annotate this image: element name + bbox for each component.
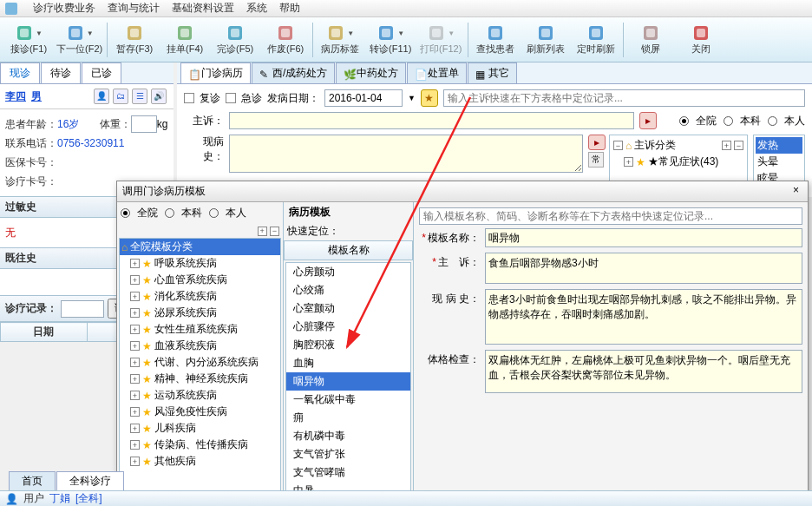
hold-button[interactable]: 暂存(F3)	[109, 19, 160, 61]
tpl-present-input[interactable]: 患者3小时前食鱼时出现左咽部异物扎刺感，咳之不能排出异物。异物感持续存在，吞咽时…	[485, 289, 802, 345]
card-icon[interactable]: 🗂	[113, 89, 128, 104]
svg-rect-5	[130, 29, 139, 37]
template-item[interactable]: 胸腔积液	[286, 336, 410, 354]
template-item[interactable]: 一氧化碳中毒	[286, 391, 410, 409]
present-label: 现病史：	[184, 135, 224, 164]
category-item[interactable]: +★儿科疾病	[120, 420, 280, 437]
list-icon[interactable]: ☰	[132, 89, 147, 104]
weight-input[interactable]	[131, 115, 157, 133]
tab-done[interactable]: 已诊	[82, 62, 121, 83]
chief-tree-item[interactable]: ★常见症状(43)	[648, 154, 718, 169]
chief-tree-root[interactable]: 主诉分类	[634, 138, 676, 153]
category-item[interactable]: +★泌尿系统疾病	[120, 305, 280, 321]
status-dept: [全科]	[75, 491, 102, 506]
template-item[interactable]: 有机磷中毒	[286, 427, 410, 445]
find-patient-button[interactable]: 查找患者	[470, 19, 521, 61]
bottom-tabs: 首页 全科诊疗	[0, 471, 124, 490]
close-button[interactable]: 关闭	[676, 19, 726, 61]
tpl-chief-input[interactable]: 食鱼后咽部异物感3小时	[485, 253, 802, 284]
category-item[interactable]: +★消化系统疾病	[120, 288, 280, 305]
tpl-name-input[interactable]	[485, 228, 802, 247]
revisit-checkbox[interactable]	[184, 93, 194, 103]
modal-close-icon[interactable]: ×	[789, 184, 802, 199]
quick-input[interactable]	[419, 207, 802, 225]
tab-outpatient-record[interactable]: 📋门诊病历	[180, 62, 251, 83]
emergency-checkbox[interactable]	[226, 93, 236, 103]
tab-waiting[interactable]: 待诊	[41, 62, 81, 83]
present-input[interactable]	[229, 135, 583, 173]
tab-western-rx[interactable]: ✎西/成药处方	[252, 62, 335, 83]
expand-all-icon[interactable]: +	[258, 227, 267, 236]
template-item[interactable]: 心房颤动	[286, 263, 410, 281]
next-button[interactable]: ▼下一位(F2)	[54, 19, 105, 61]
finish-button[interactable]: 完诊(F5)	[210, 19, 260, 61]
symptom-item[interactable]: 发热	[756, 137, 802, 154]
radio-dept[interactable]	[724, 116, 733, 126]
record-tag-button[interactable]: ▼病历标签	[315, 19, 365, 61]
menu-item[interactable]: 查询与统计	[108, 1, 160, 16]
radio-self[interactable]	[768, 116, 777, 126]
tab-treatment[interactable]: 📄处置单	[407, 62, 467, 83]
collapse-all-icon[interactable]: −	[270, 227, 279, 236]
category-item[interactable]: +★血液系统疾病	[120, 338, 280, 354]
onset-date-input[interactable]	[324, 89, 403, 107]
record-tabs: 📋门诊病历✎西/成药处方🌿中药处方📄处置单▦其它	[177, 62, 812, 84]
category-item[interactable]: +★运动系统疾病	[120, 387, 280, 404]
template-item[interactable]: 支气管哮喘	[286, 463, 410, 482]
receive-button[interactable]: ▼接诊(F1)	[3, 19, 54, 61]
tpl-exam-input[interactable]: 双扁桃体无红肿，左扁桃体上极可见鱼刺状异物一个。咽后壁无充血，舌根会厌谷梨状窝等…	[485, 350, 802, 393]
category-item[interactable]: +★其他疾病	[120, 453, 280, 470]
tab-other[interactable]: ▦其它	[468, 62, 517, 83]
template-item[interactable]: 血胸	[286, 354, 410, 372]
template-item[interactable]: 痈	[286, 409, 410, 427]
chief-expand-icon[interactable]: ▸	[639, 112, 657, 129]
patient-name[interactable]: 李四	[5, 89, 26, 104]
refresh-button[interactable]: 刷新列表	[521, 19, 571, 61]
category-root[interactable]: ⌂全院模板分类	[120, 239, 280, 255]
star-icon[interactable]: ★	[421, 89, 438, 107]
template-item[interactable]: 心绞痛	[286, 281, 410, 299]
present-expand-icon[interactable]: ▸	[588, 135, 606, 150]
category-item[interactable]: +★呼吸系统疾病	[120, 255, 280, 272]
rec-search[interactable]	[61, 300, 104, 318]
col-date[interactable]: 日期	[1, 323, 88, 342]
modal-radio-all[interactable]	[121, 208, 130, 218]
template-modal: 调用门诊病历模板 × 全院 本科 本人 + − ⌂全院模板分类 +★呼吸系统疾病…	[116, 181, 809, 495]
void-button[interactable]: 作废(F6)	[260, 19, 311, 61]
category-item[interactable]: +★心血管系统疾病	[120, 272, 280, 288]
template-item[interactable]: 心脏骤停	[286, 318, 410, 336]
statusbar: 👤 用户 丁娟 [全科]	[0, 490, 812, 506]
template-list: 心房颤动心绞痛心室颤动心脏骤停胸腔积液血胸咽异物一氧化碳中毒痈有机磷中毒支气管扩…	[285, 262, 411, 494]
lock-button[interactable]: 锁屏	[625, 19, 676, 61]
radio-all[interactable]	[679, 116, 689, 126]
menu-item[interactable]: 基础资料设置	[172, 1, 234, 16]
speaker-icon[interactable]: 🔊	[151, 89, 167, 104]
template-item[interactable]: 心室颤动	[286, 299, 410, 318]
print-button[interactable]: ▼打印(F12)	[416, 19, 466, 61]
person-icon[interactable]: 👤	[94, 89, 109, 104]
category-item[interactable]: +★精神、神经系统疾病	[120, 371, 280, 387]
freq-button[interactable]: 常	[588, 152, 604, 168]
tab-tcm-rx[interactable]: 🌿中药处方	[336, 62, 406, 83]
tab-general[interactable]: 全科诊疗	[56, 471, 124, 490]
category-item[interactable]: +★风湿免疫性疾病	[120, 404, 280, 420]
chief-quick-input[interactable]	[443, 89, 805, 107]
tab-current[interactable]: 现诊	[0, 62, 40, 83]
timer-refresh-button[interactable]: 定时刷新	[571, 19, 621, 61]
pending-button[interactable]: 挂单(F4)	[160, 19, 210, 61]
medcard-label: 医保卡号：	[5, 156, 57, 168]
template-item[interactable]: 咽异物	[286, 372, 410, 391]
template-item[interactable]: 支气管扩张	[286, 445, 410, 463]
menu-item[interactable]: 帮助	[279, 1, 300, 16]
menu-item[interactable]: 诊疗收费业务	[33, 1, 95, 16]
transfer-button[interactable]: ▼转诊(F11)	[365, 19, 416, 61]
category-item[interactable]: +★传染病、性传播疾病	[120, 437, 280, 453]
category-item[interactable]: +★女性生殖系统疾病	[120, 321, 280, 338]
symptom-item[interactable]: 头晕	[756, 154, 802, 170]
menu-item[interactable]: 系统	[246, 1, 267, 16]
tab-home[interactable]: 首页	[9, 471, 56, 490]
modal-radio-self[interactable]	[209, 208, 219, 218]
modal-radio-dept[interactable]	[165, 208, 174, 218]
category-item[interactable]: +★代谢、内分泌系统疾病	[120, 354, 280, 371]
chief-input[interactable]	[229, 112, 634, 129]
